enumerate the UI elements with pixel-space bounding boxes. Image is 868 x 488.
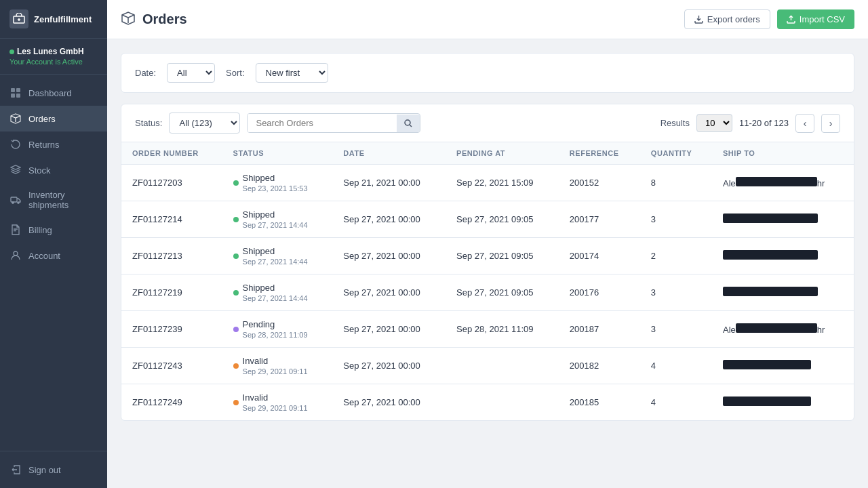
sign-out-item[interactable]: Sign out xyxy=(0,457,107,483)
status-dot xyxy=(233,400,239,405)
account-label: Account xyxy=(28,251,60,261)
quantity-cell: 3 xyxy=(640,311,712,348)
content-area: Date: All Sort: New first Status: All (1… xyxy=(107,39,868,488)
per-page-select[interactable]: 10 xyxy=(696,114,732,132)
status-text: Pending xyxy=(243,319,308,329)
date-cell: Sep 27, 2021 00:00 xyxy=(332,274,446,311)
table-row: ZF01127219ShippedSep 27, 2021 14:44Sep 2… xyxy=(121,274,854,311)
order-number-cell: ZF01127219 xyxy=(121,274,222,311)
ship-to-redacted xyxy=(723,214,818,223)
table-row: ZF01127243InvalidSep 29, 2021 09:11Sep 2… xyxy=(121,348,854,384)
file-icon xyxy=(9,224,22,236)
ship-to-redacted xyxy=(736,177,817,186)
svg-rect-4 xyxy=(16,88,20,92)
status-text: Invalid xyxy=(243,392,308,403)
date-cell: Sep 27, 2021 00:00 xyxy=(332,348,446,384)
page-title-area: Orders xyxy=(121,11,187,28)
status-text: Shipped xyxy=(243,173,308,183)
date-cell: Sep 27, 2021 00:00 xyxy=(332,311,446,348)
sidebar-bottom: Sign out xyxy=(0,451,107,488)
sidebar-item-stock[interactable]: Stock xyxy=(0,157,107,183)
top-bar: Orders Export orders Import CSV xyxy=(107,0,868,39)
status-text: Shipped xyxy=(243,246,308,256)
ship-to-redacted xyxy=(736,323,817,333)
next-page-button[interactable]: › xyxy=(821,114,840,133)
order-number: ZF01127249 xyxy=(132,397,182,407)
col-ship-to: SHIP TO xyxy=(712,142,854,165)
table-row: ZF01127213ShippedSep 27, 2021 14:44Sep 2… xyxy=(121,238,854,274)
results-count: 11-20 of 123 xyxy=(739,118,789,128)
col-date: DATE xyxy=(332,142,446,165)
table-row: ZF01127239PendingSep 28, 2021 11:09Sep 2… xyxy=(121,311,854,348)
table-row: ZF01127214ShippedSep 27, 2021 14:44Sep 2… xyxy=(121,201,854,238)
status-cell: ShippedSep 27, 2021 14:44 xyxy=(222,201,333,238)
ship-to-cell xyxy=(712,384,854,421)
date-filter-select[interactable]: All xyxy=(167,63,215,83)
import-button[interactable]: Import CSV xyxy=(777,9,854,29)
table-header: ORDER NUMBER STATUS DATE PENDING AT REFE… xyxy=(121,142,854,165)
status-date: Sep 27, 2021 14:44 xyxy=(243,294,308,302)
pending-at-cell: Sep 22, 2021 15:09 xyxy=(446,165,559,201)
col-reference: REFERENCE xyxy=(559,142,640,165)
quantity-cell: 8 xyxy=(640,165,712,201)
quantity-cell: 3 xyxy=(640,274,712,311)
status-dot xyxy=(9,49,14,54)
order-number: ZF01127203 xyxy=(132,178,182,188)
order-number: ZF01127214 xyxy=(132,214,182,224)
export-button[interactable]: Export orders xyxy=(684,9,770,29)
svg-point-8 xyxy=(12,202,14,203)
sidebar-item-billing[interactable]: Billing xyxy=(0,217,107,243)
status-date: Sep 27, 2021 14:44 xyxy=(243,221,308,229)
col-quantity: QUANTITY xyxy=(640,142,712,165)
status-date: Sep 27, 2021 14:44 xyxy=(243,258,308,266)
quantity-cell: 4 xyxy=(640,348,712,384)
status-text: Invalid xyxy=(243,356,308,366)
order-number-cell: ZF01127249 xyxy=(121,384,222,421)
search-input[interactable] xyxy=(248,114,397,132)
filter-bar: Date: All Sort: New first xyxy=(121,53,854,93)
sidebar-item-returns[interactable]: Returns xyxy=(0,131,107,157)
search-wrapper xyxy=(247,113,420,133)
reference-cell: 200152 xyxy=(559,165,640,201)
search-button[interactable] xyxy=(397,115,420,132)
ship-to-cell xyxy=(712,238,854,274)
ship-to-cell xyxy=(712,348,854,384)
ship-to-prefix: Ale xyxy=(723,178,736,188)
sidebar-item-orders[interactable]: Orders xyxy=(0,106,107,131)
ship-to-suffix: hr xyxy=(817,178,825,188)
status-filter-select[interactable]: All (123) xyxy=(169,113,240,134)
ship-to-cell: Alehr xyxy=(712,165,854,201)
svg-point-11 xyxy=(405,120,410,125)
status-text: Shipped xyxy=(243,209,308,220)
pending-at-cell: Sep 27, 2021 09:05 xyxy=(446,201,559,238)
status-date: Sep 28, 2021 11:09 xyxy=(243,331,308,339)
truck-icon xyxy=(9,194,22,206)
status-dot xyxy=(233,217,239,222)
quantity-cell: 3 xyxy=(640,201,712,238)
order-number-cell: ZF01127239 xyxy=(121,311,222,348)
reference-cell: 200185 xyxy=(559,384,640,421)
page-title: Orders xyxy=(142,12,187,27)
logo-text: Zenfulfillment xyxy=(34,14,92,24)
sort-filter-select[interactable]: New first xyxy=(256,63,328,83)
reference-cell: 200174 xyxy=(559,238,640,274)
prev-page-button[interactable]: ‹ xyxy=(795,114,814,133)
top-actions: Export orders Import CSV xyxy=(684,9,854,29)
ship-to-prefix: Ale xyxy=(723,325,736,335)
sidebar-item-account[interactable]: Account xyxy=(0,243,107,268)
sidebar-item-inventory[interactable]: Inventory shipments xyxy=(0,183,107,217)
dashboard-label: Dashboard xyxy=(28,88,72,98)
export-label: Export orders xyxy=(707,14,760,24)
toolbar-right: Results 10 11-20 of 123 ‹ › xyxy=(660,114,840,133)
status-date: Sep 29, 2021 09:11 xyxy=(243,367,308,375)
sort-filter-label: Sort: xyxy=(226,68,244,78)
orders-table-container: Status: All (123) xyxy=(121,104,854,421)
stock-label: Stock xyxy=(28,165,51,176)
order-number: ZF01127239 xyxy=(132,324,182,334)
sidebar-item-dashboard[interactable]: Dashboard xyxy=(0,80,107,106)
status-text: Shipped xyxy=(243,283,308,293)
svg-rect-6 xyxy=(16,94,20,98)
date-cell: Sep 27, 2021 00:00 xyxy=(332,238,446,274)
status-filter-label: Status: xyxy=(135,118,162,128)
status-date: Sep 29, 2021 09:11 xyxy=(243,404,308,412)
